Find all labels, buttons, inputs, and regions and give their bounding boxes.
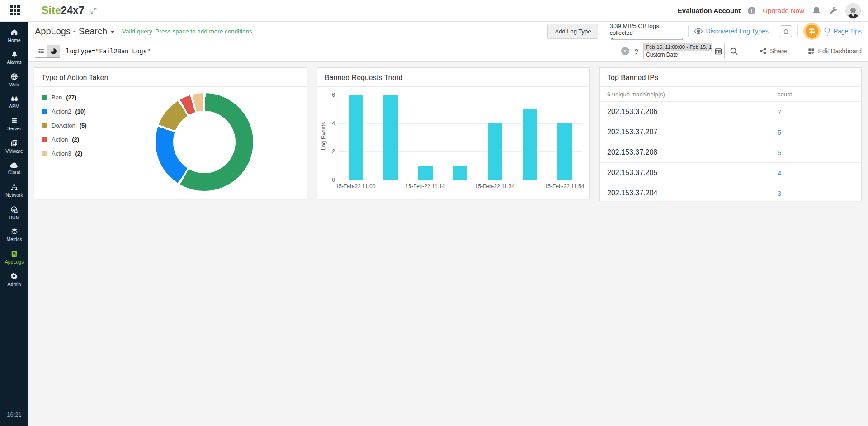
sidebar-clock: 16:21 xyxy=(0,411,28,418)
share-button[interactable]: Share xyxy=(760,47,787,55)
chevron-down-icon xyxy=(110,31,115,33)
page-tips-link[interactable]: Page Tips xyxy=(834,28,862,35)
bars-container xyxy=(338,95,582,180)
upgrade-now-link[interactable]: Upgrade Now xyxy=(763,7,804,14)
gear-icon xyxy=(10,272,18,280)
page-title-dropdown[interactable]: AppLogs - Search xyxy=(35,26,115,37)
panel-type-of-action: Type of Action Taken Ban (27) Action2 (1… xyxy=(34,67,307,199)
edit-dashboard-button[interactable]: Edit Dashboard xyxy=(808,47,862,55)
query-status-message: Valid query. Press space to add more con… xyxy=(122,28,254,35)
count-link[interactable]: 4 xyxy=(778,169,781,177)
top-bar: Site24x7 Evaluation Account i Upgrade No… xyxy=(0,0,868,22)
query-mode-switch xyxy=(35,45,60,58)
home-view-button[interactable] xyxy=(780,25,792,37)
date-range-value: Feb 15, 11:00:00 - Feb 15, 1... xyxy=(644,43,712,51)
panel-title: Banned Requests Trend xyxy=(317,68,589,87)
rum-globe-search-icon xyxy=(10,206,18,213)
bar[interactable] xyxy=(453,166,467,180)
logs-quota-progressbar xyxy=(611,38,683,40)
eye-icon xyxy=(694,28,703,34)
bar[interactable] xyxy=(383,95,398,180)
left-nav-sidebar: Home Alarms Web APM Server VMware Cloud xyxy=(0,22,28,426)
vm-stack-icon xyxy=(10,139,18,147)
sidebar-item-apm[interactable]: APM xyxy=(0,91,28,113)
sidebar-item-metrics[interactable]: Metrics xyxy=(0,224,28,246)
clear-query-icon[interactable]: ✕ xyxy=(621,47,629,55)
bar[interactable] xyxy=(557,123,572,180)
guided-tour-icon[interactable] xyxy=(803,23,821,40)
bar-chart: Log Events 6 4 2 0 15-Feb-22 11:0015-Feb… xyxy=(317,88,589,199)
legend-item[interactable]: Ban (27) xyxy=(42,94,87,101)
sidebar-item-rum[interactable]: RUM xyxy=(0,202,28,224)
panel-title: Type of Action Taken xyxy=(34,68,307,87)
x-tick-label: 15-Feb-22 11:00 xyxy=(336,183,376,189)
sidebar-item-applogs[interactable]: AppLogs xyxy=(0,246,28,268)
chart-view-icon[interactable] xyxy=(47,45,60,57)
table-row: 202.153.37.204 3 xyxy=(600,183,861,203)
site24x7-logo[interactable]: Site24x7 xyxy=(42,5,85,17)
count-link[interactable]: 7 xyxy=(778,108,781,116)
search-icon[interactable] xyxy=(730,47,738,56)
page-header: AppLogs - Search Valid query. Press spac… xyxy=(28,22,868,41)
x-tick-label: 15-Feb-22 11:14 xyxy=(406,183,445,189)
count-link[interactable]: 5 xyxy=(778,128,781,136)
sidebar-item-vmware[interactable]: VMware xyxy=(0,135,28,157)
date-range-picker[interactable]: Feb 15, 11:00:00 - Feb 15, 1... Custom D… xyxy=(643,43,725,59)
query-toolbar: logtype="Fail2Ban Logs" ✕ ? Feb 15, 11:0… xyxy=(28,41,868,62)
panel-title: Top Banned IPs xyxy=(600,68,861,87)
app-grid-icon[interactable] xyxy=(10,5,21,16)
tools-wrench-icon[interactable] xyxy=(829,6,838,15)
bar-plot-area: 6 4 2 0 15-Feb-22 11:0015-Feb-22 11:1415… xyxy=(338,95,582,180)
notifications-bell-icon[interactable] xyxy=(811,6,821,16)
calendar-icon[interactable] xyxy=(712,43,724,59)
discovered-log-types-link[interactable]: Discovered Log Types xyxy=(694,28,768,35)
x-tick-label: 15-Feb-22 11:34 xyxy=(475,183,515,189)
help-icon[interactable]: ? xyxy=(634,47,638,55)
search-query-input[interactable]: logtype="Fail2Ban Logs" xyxy=(66,47,621,55)
account-name: Evaluation Account xyxy=(678,7,741,14)
donut-legend: Ban (27) Action2 (10) DoAction (5) xyxy=(42,94,87,164)
legend-item[interactable]: Action3 (2) xyxy=(42,150,87,157)
fullscreen-icon[interactable] xyxy=(90,7,97,14)
add-log-type-button[interactable]: Add Log Type xyxy=(547,24,598,39)
bar[interactable] xyxy=(349,95,363,180)
bar[interactable] xyxy=(418,166,433,180)
y-axis-label: Log Events xyxy=(321,118,327,154)
legend-item[interactable]: DoAction (5) xyxy=(42,122,87,129)
sidebar-item-cloud[interactable]: Cloud xyxy=(0,157,28,180)
cloud-icon xyxy=(10,162,19,168)
sidebar-item-web[interactable]: Web xyxy=(0,69,28,91)
logs-collected-meter: 3.39 MB/5 GB logs collected xyxy=(609,23,683,40)
sidebar-item-alarms[interactable]: Alarms xyxy=(0,47,28,69)
count-link[interactable]: 5 xyxy=(778,149,781,156)
sidebar-item-admin[interactable]: Admin xyxy=(0,268,28,290)
list-view-icon[interactable] xyxy=(35,45,47,57)
count-link[interactable]: 3 xyxy=(778,189,781,197)
bar[interactable] xyxy=(488,123,502,180)
network-icon xyxy=(10,184,18,191)
table-header: 6 unique machineip(s) count xyxy=(600,87,861,101)
donut-chart[interactable] xyxy=(156,93,253,191)
home-icon xyxy=(10,28,18,36)
globe-icon xyxy=(10,73,18,80)
table-row: 202.153.37.206 7 xyxy=(600,101,861,122)
share-icon xyxy=(760,47,767,55)
server-icon xyxy=(10,117,18,124)
applogs-icon xyxy=(10,250,18,258)
sidebar-item-server[interactable]: Server xyxy=(0,113,28,135)
sidebar-item-home[interactable]: Home xyxy=(0,24,28,47)
date-range-mode: Custom Date xyxy=(644,51,712,59)
sidebar-item-network[interactable]: Network xyxy=(0,180,28,202)
table-row: 202.153.37.205 4 xyxy=(600,162,861,183)
user-avatar[interactable] xyxy=(845,3,861,19)
panel-banned-requests-trend: Banned Requests Trend Log Events 6 4 2 0… xyxy=(317,67,590,199)
bar[interactable] xyxy=(523,109,537,180)
binoculars-icon xyxy=(10,95,19,102)
panel-top-banned-ips: Top Banned IPs 6 unique machineip(s) cou… xyxy=(599,67,862,201)
bell-icon xyxy=(11,51,18,58)
table-row: 202.153.37.207 5 xyxy=(600,122,861,142)
info-icon[interactable]: i xyxy=(748,7,755,14)
legend-item[interactable]: Action2 (10) xyxy=(42,108,87,115)
edit-dashboard-icon xyxy=(808,48,815,55)
legend-item[interactable]: Action (2) xyxy=(42,136,87,143)
